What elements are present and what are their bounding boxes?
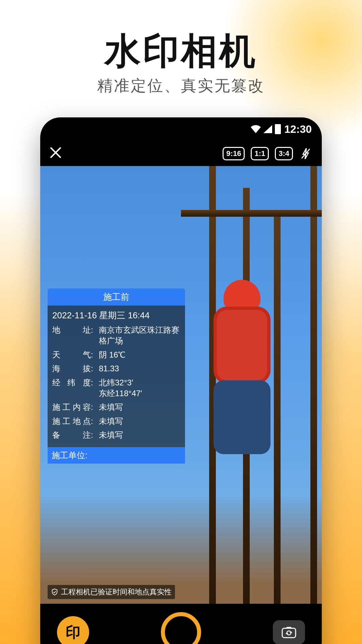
altitude-label: 海 拔 — [52, 363, 91, 374]
close-icon — [50, 147, 62, 159]
battery-icon — [275, 124, 281, 134]
watermark-body: 2022-11-16 星期三 16:44 地 址 : 南京市玄武区珠江路赛格广场… — [48, 306, 185, 447]
phone-mock: 12:30 9:16 1:1 3:4 — [40, 117, 322, 644]
ratio-9-16-button[interactable]: 9:16 — [223, 147, 245, 160]
address-value: 南京市玄武区珠江路赛格广场 — [99, 325, 180, 346]
watermark-row-weather: 天 气 : 阴 16℃ — [52, 350, 180, 360]
watermark-unit: 施工单位: — [48, 447, 185, 464]
signal-icon — [263, 125, 272, 133]
status-time: 12:30 — [284, 123, 312, 136]
weather-label: 天 气 — [52, 350, 91, 360]
svg-rect-1 — [282, 628, 296, 638]
flash-off-button[interactable] — [299, 147, 312, 160]
place-value: 未填写 — [99, 416, 180, 427]
watermark-row-address: 地 址 : 南京市玄武区珠江路赛格广场 — [52, 325, 180, 346]
watermark-row-note: 备 注 : 未填写 — [52, 430, 180, 440]
watermark-row-altitude: 海 拔 : 81.33 — [52, 363, 180, 374]
shutter-button[interactable] — [161, 612, 201, 644]
stamp-label: 印 — [66, 623, 80, 642]
watermark-stamp-button[interactable]: 印 — [57, 616, 89, 644]
content-value: 未填写 — [99, 402, 180, 413]
note-label: 备 注 — [52, 430, 91, 440]
ratio-1-1-button[interactable]: 1:1 — [251, 147, 269, 160]
watermark-row-content: 施工内容 : 未填写 — [52, 402, 180, 413]
shield-check-icon — [51, 588, 58, 596]
watermark-title: 施工前 — [48, 288, 185, 306]
watermark-row-latlng: 经 纬 度 : 北纬32°3′ 东经118°47′ — [52, 377, 180, 399]
switch-camera-button[interactable] — [273, 620, 305, 644]
verified-text: 工程相机已验证时间和地点真实性 — [61, 587, 172, 597]
flash-off-icon — [299, 147, 312, 160]
status-bar: 12:30 — [40, 117, 322, 141]
camera-viewfinder[interactable]: 施工前 2022-11-16 星期三 16:44 地 址 : 南京市玄武区珠江路… — [40, 166, 322, 604]
watermark-panel[interactable]: 施工前 2022-11-16 星期三 16:44 地 址 : 南京市玄武区珠江路… — [48, 288, 185, 464]
verified-badge: 工程相机已验证时间和地点真实性 — [48, 585, 175, 599]
topbar-right-group: 9:16 1:1 3:4 — [223, 147, 312, 160]
camera-topbar: 9:16 1:1 3:4 — [40, 141, 322, 166]
ratio-3-4-button[interactable]: 3:4 — [275, 147, 293, 160]
weather-value: 阴 16℃ — [99, 350, 180, 360]
address-label: 地 址 — [52, 325, 91, 346]
watermark-datetime: 2022-11-16 星期三 16:44 — [52, 310, 180, 321]
hero-title: 水印相机 — [0, 27, 362, 76]
note-value: 未填写 — [99, 430, 180, 440]
latlng-value: 北纬32°3′ 东经118°47′ — [99, 377, 180, 399]
content-label: 施工内容 — [52, 402, 91, 413]
watermark-row-place: 施工地点 : 未填写 — [52, 416, 180, 427]
hero-subtitle: 精准定位、真实无篡改 — [0, 75, 362, 96]
latlng-label: 经 纬 度 — [52, 377, 91, 399]
status-indicators — [251, 124, 281, 134]
place-label: 施工地点 — [52, 416, 91, 427]
camera-bottom-bar: 印 — [40, 604, 322, 644]
close-button[interactable] — [50, 145, 62, 162]
switch-camera-icon — [281, 626, 297, 639]
wifi-icon — [251, 125, 261, 133]
altitude-value: 81.33 — [99, 363, 180, 374]
